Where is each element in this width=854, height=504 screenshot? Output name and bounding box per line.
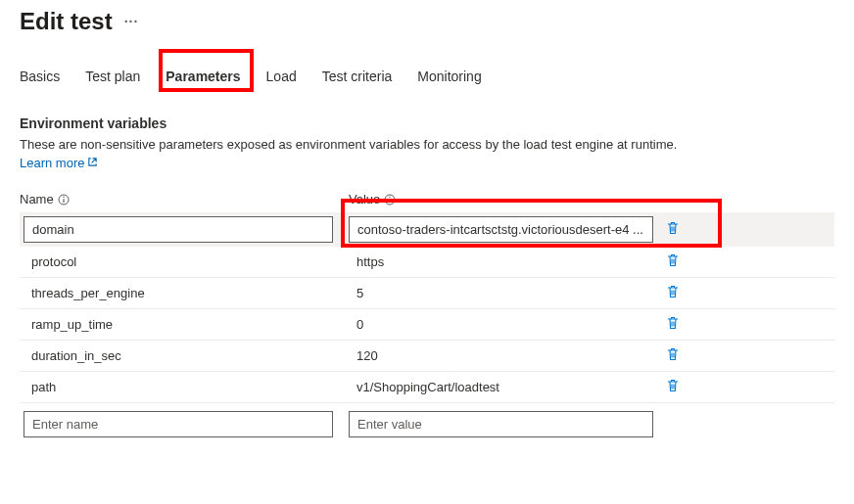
trash-icon <box>665 284 681 302</box>
env-name: threads_per_engine <box>24 282 333 304</box>
table-row <box>20 212 834 247</box>
env-value: v1/ShoppingCart/loadtest <box>349 376 653 398</box>
tab-bar: Basics Test plan Parameters Load Test cr… <box>20 69 834 90</box>
env-value: 0 <box>349 313 653 336</box>
env-name: path <box>24 376 333 398</box>
delete-button[interactable] <box>661 280 685 306</box>
env-rows: protocol https threads_per_engine 5 ramp… <box>20 212 834 441</box>
env-name: protocol <box>24 251 333 273</box>
table-row: threads_per_engine 5 <box>20 278 834 309</box>
env-name: duration_in_sec <box>24 344 333 367</box>
table-row: duration_in_sec 120 <box>20 341 834 372</box>
trash-icon <box>665 220 681 239</box>
env-name-input[interactable] <box>24 216 333 243</box>
env-value: https <box>349 251 653 273</box>
learn-more-label: Learn more <box>20 156 84 170</box>
tab-load[interactable]: Load <box>266 69 297 90</box>
new-value-input[interactable] <box>349 411 653 437</box>
col-name-label: Name <box>20 192 54 206</box>
trash-icon <box>665 378 681 396</box>
learn-more-link[interactable]: Learn more <box>20 156 98 170</box>
section-title: Environment variables <box>20 115 834 131</box>
new-name-input[interactable] <box>24 411 333 437</box>
env-value-input[interactable] <box>349 216 653 243</box>
trash-icon <box>665 315 681 334</box>
svg-point-5 <box>390 196 391 197</box>
svg-point-2 <box>63 196 64 197</box>
delete-button[interactable] <box>661 343 685 369</box>
delete-button[interactable] <box>661 249 685 275</box>
page-title: Edit test <box>20 8 113 35</box>
tab-monitoring[interactable]: Monitoring <box>417 69 481 90</box>
table-row-new <box>20 403 834 441</box>
more-actions-icon[interactable]: ··· <box>124 14 139 29</box>
tab-basics[interactable]: Basics <box>20 69 60 90</box>
env-value: 5 <box>349 282 653 304</box>
table-header: Name Value <box>20 192 834 206</box>
tab-parameters[interactable]: Parameters <box>166 69 240 90</box>
external-link-icon <box>87 156 98 170</box>
delete-button[interactable] <box>661 311 685 338</box>
tab-test-criteria[interactable]: Test criteria <box>322 69 393 90</box>
section-description: These are non-sensitive parameters expos… <box>20 137 834 152</box>
delete-button[interactable] <box>661 216 685 243</box>
col-value-label: Value <box>349 192 380 206</box>
info-icon[interactable] <box>384 194 396 206</box>
env-name: ramp_up_time <box>24 313 333 336</box>
table-row: path v1/ShoppingCart/loadtest <box>20 372 834 403</box>
trash-icon <box>665 252 681 271</box>
table-row: ramp_up_time 0 <box>20 309 834 341</box>
env-value: 120 <box>349 344 653 367</box>
delete-button[interactable] <box>661 374 685 400</box>
trash-icon <box>665 346 681 365</box>
table-row: protocol https <box>20 247 834 278</box>
tab-test-plan[interactable]: Test plan <box>85 69 140 90</box>
info-icon[interactable] <box>58 194 70 206</box>
